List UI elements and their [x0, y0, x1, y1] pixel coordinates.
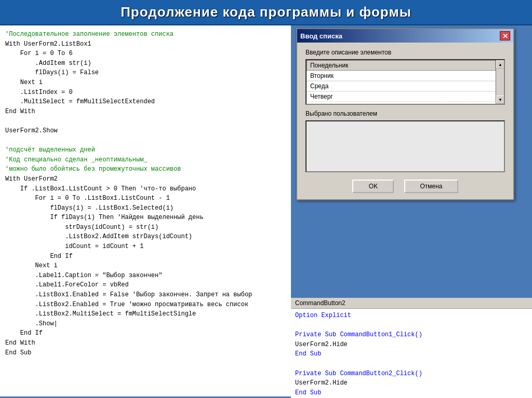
code-line: .ListBox2.MultiSelect = fmMultiSelectSin…	[5, 309, 286, 319]
bottom-right-panel: CommandButton2 Option Explicit Private S…	[291, 298, 532, 396]
scroll-up-button[interactable]: ▲	[496, 60, 504, 68]
code-line: strDays(idCount) = str(i)	[5, 223, 286, 232]
code-line: .ListBox2.Enabled = True 'можно просматр…	[5, 300, 286, 310]
bottom-code-line: End Sub	[295, 349, 528, 359]
dialog-titlebar: Ввод списка ✕	[297, 29, 513, 43]
code-line	[5, 136, 286, 146]
ok-button[interactable]: OK	[352, 180, 394, 193]
code-line: If flDays(i) Then 'Найден выделенный ден…	[5, 213, 286, 223]
listbox-item[interactable]: Понедельник	[307, 60, 496, 71]
code-line: End If	[5, 252, 286, 262]
code-line: For i = 0 To .ListBox1.ListCount - 1	[5, 194, 286, 203]
dialog-buttons: OK Отмена	[305, 180, 505, 193]
code-line: .Show|	[5, 319, 286, 329]
code-line: .ListBox2.AddItem strDays(idCount)	[5, 232, 286, 242]
bottom-code: Option Explicit Private Sub CommandButto…	[291, 309, 532, 398]
right-panel: Ввод списка ✕ Введите описание элементов…	[291, 25, 532, 396]
code-line: UserForm2.Show	[5, 126, 286, 136]
code-line: With UserForm2.ListBox1	[5, 39, 286, 49]
dialog-close-button[interactable]: ✕	[500, 31, 510, 40]
listbox1-scrollbar[interactable]: ▲ ▼	[496, 60, 504, 104]
code-line: With UserForm2	[5, 174, 286, 184]
bottom-code-line	[295, 359, 528, 369]
code-line: 'Код специально сделан _неоптимальным_	[5, 155, 286, 165]
listbox-item[interactable]: Вторник	[307, 71, 496, 81]
code-line: .Label1.ForeColor = vbRed	[5, 280, 286, 290]
main-content: 'Последовательное заполнение элементов с…	[0, 25, 532, 396]
selected-label: Выбрано пользователем	[305, 110, 505, 117]
code-line: End If	[5, 328, 286, 338]
listbox2[interactable]	[305, 120, 505, 172]
code-line: .AddItem str(i)	[5, 59, 286, 68]
bottom-code-line: UserForm2.Hide	[295, 378, 528, 388]
commandbutton-label: CommandButton2	[291, 298, 532, 309]
listbox1-inner[interactable]: ПонедельникВторникСредаЧетверг	[307, 60, 496, 104]
listbox-item[interactable]: Четверг	[307, 91, 496, 102]
dialog-body: Введите описание элементов ПонедельникВт…	[297, 43, 513, 199]
code-line: End With	[5, 338, 286, 348]
listbox1[interactable]: ПонедельникВторникСредаЧетверг ▲ ▼	[305, 59, 505, 105]
code-line: .ListIndex = 0	[5, 88, 286, 98]
title-bar: Продолжение кода программы и формы	[0, 0, 532, 25]
code-line: .MultiSelect = fmMultiSelectExtended	[5, 97, 286, 107]
bottom-code-line: UserForm2.Hide	[295, 340, 528, 350]
code-line: End With	[5, 107, 286, 117]
bottom-code-line: Private Sub CommandButton1_Click()	[295, 330, 528, 340]
bottom-code-line: Private Sub CommandButton2_Click()	[295, 369, 528, 379]
cancel-button[interactable]: Отмена	[404, 180, 458, 193]
code-line: 'можно было обойтись без промежуточных м…	[5, 164, 286, 174]
code-line: 'подсчёт выделенных дней	[5, 145, 286, 155]
listbox-item[interactable]: Среда	[307, 81, 496, 91]
code-line: flDays(i) = False	[5, 68, 286, 78]
code-line: idCount = idCount + 1	[5, 242, 286, 252]
code-panel: 'Последовательное заполнение элементов с…	[0, 25, 291, 396]
dialog-title: Ввод списка	[300, 32, 342, 40]
code-line	[5, 116, 286, 126]
code-line: 'Последовательное заполнение элементов с…	[5, 30, 286, 39]
description-label: Введите описание элементов	[305, 49, 505, 56]
bottom-code-line: End Sub	[295, 388, 528, 398]
bottom-code-line	[295, 321, 528, 331]
code-line: End Sub	[5, 348, 286, 358]
dialog-window: Ввод списка ✕ Введите описание элементов…	[296, 28, 514, 200]
code-line: .Label1.Caption = "Выбор закончен"	[5, 271, 286, 281]
code-line: flDays(i) = .ListBox1.Selected(i)	[5, 203, 286, 213]
code-line: .ListBox1.Enabled = False 'Выбор законче…	[5, 290, 286, 300]
code-line: If .ListBox1.ListCount > 0 Then 'что-то …	[5, 184, 286, 194]
scroll-down-button[interactable]: ▼	[496, 95, 504, 104]
page-title: Продолжение кода программы и формы	[0, 4, 532, 20]
code-line: Next i	[5, 261, 286, 271]
code-line: For i = 0 To 6	[5, 49, 286, 59]
code-line: Next i	[5, 78, 286, 88]
bottom-code-line: Option Explicit	[295, 311, 528, 321]
